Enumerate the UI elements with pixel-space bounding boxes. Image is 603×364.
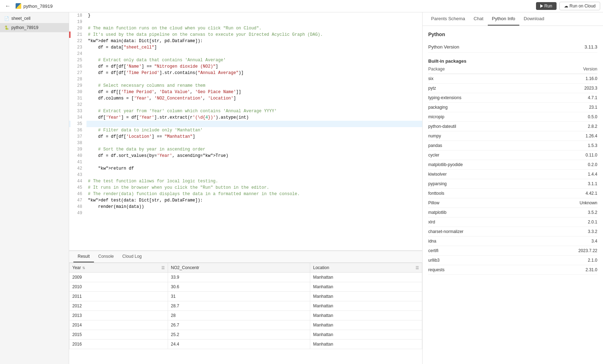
tab-parents-schema[interactable]: Parents Schema xyxy=(427,12,469,25)
back-button[interactable]: ← xyxy=(3,2,13,10)
run-cloud-label: Run on Cloud xyxy=(570,4,596,8)
line-content[interactable]: df = df.sort_values(by='Year', ascending… xyxy=(86,153,422,159)
line-number: 42 xyxy=(71,165,86,172)
package-name: matplotlib-pyodide xyxy=(428,162,463,167)
table-cell: 2009 xyxy=(69,273,168,282)
line-content[interactable]: # Filter data to include only 'Manhattan… xyxy=(86,127,422,133)
tab-python-info[interactable]: Python Info xyxy=(488,12,520,25)
line-content[interactable] xyxy=(86,172,422,178)
package-version: 4.42.1 xyxy=(586,191,597,196)
location-filter-icon[interactable]: ☰ xyxy=(415,266,419,270)
line-content[interactable]: df = df[df['Location'] == "Manhattan"] xyxy=(86,133,422,140)
table-cell: Manhattan xyxy=(310,340,422,349)
sidebar-item-python[interactable]: 🐍 python_78919 xyxy=(0,23,69,32)
pkg-col-package: Package xyxy=(428,67,445,72)
line-content[interactable]: # It runs in the browser when you click … xyxy=(86,184,422,191)
line-content[interactable] xyxy=(86,76,422,83)
table-cell: Manhattan xyxy=(310,282,422,292)
line-content[interactable]: # The render(data) function displays the… xyxy=(86,191,422,197)
packages-header: Package Version xyxy=(428,67,597,74)
right-content: Python Python Version 3.11.3 Built-in pa… xyxy=(423,26,603,364)
package-version: 3.4 xyxy=(591,239,597,244)
built-in-title: Built-in packages xyxy=(428,58,597,64)
table-cell: 2012 xyxy=(69,301,168,311)
line-content[interactable]: df = df[df['Time Period'].str.contains("… xyxy=(86,70,422,76)
line-content[interactable] xyxy=(86,140,422,146)
line-content[interactable]: # The main function runs on the cloud wh… xyxy=(86,25,422,32)
line-content[interactable]: # Extract only data that contains 'Annua… xyxy=(86,57,422,63)
line-content[interactable] xyxy=(86,159,422,165)
package-name: matplotlib xyxy=(428,210,446,215)
line-number: 26 xyxy=(71,63,86,70)
code-line-28: 28 xyxy=(69,76,422,83)
package-row: matplotlib3.5.2 xyxy=(428,208,597,217)
table-cell: 2011 xyxy=(69,292,168,301)
line-content[interactable]: # Sort the data by year in ascending ord… xyxy=(86,146,422,153)
package-version: 2.8.2 xyxy=(588,124,597,129)
filter-icon[interactable]: ☰ xyxy=(161,266,165,270)
package-version: 2.31.0 xyxy=(586,267,597,272)
package-name: typing-extensions xyxy=(428,95,461,100)
line-content[interactable]: df = data["sheet_cell"] xyxy=(86,44,422,51)
line-content[interactable]: df = df[['Time Period', 'Data Value', 'G… xyxy=(86,89,422,95)
line-content[interactable]: "kw">def test(data: Dict[str, pd.DataFra… xyxy=(86,197,422,204)
package-version: 2023.3 xyxy=(584,86,597,91)
code-line-42: 42 "kw">return df xyxy=(69,165,422,172)
line-content[interactable]: df['Year'] = df['Year'].str.extract(r'(\… xyxy=(86,114,422,121)
package-name: idna xyxy=(428,239,436,244)
line-content[interactable]: # Select necessary columns and rename th… xyxy=(86,83,422,89)
line-content[interactable]: # The test function allows for local log… xyxy=(86,178,422,184)
line-number: 19 xyxy=(71,19,86,25)
line-content[interactable]: # It's used by the data pipeline on the … xyxy=(86,32,422,38)
code-line-20: 20# The main function runs on the cloud … xyxy=(69,25,422,32)
package-version: Unknown xyxy=(580,200,597,205)
line-content[interactable]: render(main(data)) xyxy=(86,204,422,210)
package-row: fonttools4.42.1 xyxy=(428,189,597,198)
package-name: pytz xyxy=(428,86,436,91)
line-content[interactable] xyxy=(86,51,422,57)
package-name: micropip xyxy=(428,114,444,119)
line-content[interactable] xyxy=(86,210,422,216)
package-row: packaging23.1 xyxy=(428,103,597,112)
tab-chat[interactable]: Chat xyxy=(469,12,487,25)
tab-cloud-log[interactable]: Cloud Log xyxy=(118,251,146,262)
package-name: six xyxy=(428,76,434,81)
package-row: certifi2023.7.22 xyxy=(428,246,597,256)
bottom-panel: Result Console Cloud Log Year ⇅ ☰ xyxy=(69,251,422,364)
line-number: 39 xyxy=(71,146,86,153)
tab-download[interactable]: Download xyxy=(519,12,548,25)
code-editor[interactable]: 18}19 20# The main function runs on the … xyxy=(69,12,422,251)
line-number: 46 xyxy=(71,191,86,197)
line-content[interactable]: df = df[df['Name'] == "Nitrogen dioxide … xyxy=(86,63,422,70)
tab-result[interactable]: Result xyxy=(73,251,94,262)
package-name: pyparsing xyxy=(428,181,447,186)
package-version: 1.16.0 xyxy=(586,76,597,81)
code-line-40: 40 df = df.sort_values(by='Year', ascend… xyxy=(69,153,422,159)
python-icon: 🐍 xyxy=(4,25,9,30)
run-cloud-button[interactable]: ☁ Run on Cloud xyxy=(559,2,600,10)
package-version: 1.26.4 xyxy=(586,133,597,138)
package-row: numpy1.26.4 xyxy=(428,131,597,141)
package-version: 0.5.0 xyxy=(588,114,597,119)
line-content[interactable] xyxy=(86,121,422,127)
run-button[interactable]: Run xyxy=(536,2,557,10)
sidebar-item-sheet-cell[interactable]: 📄 sheet_cell xyxy=(0,14,69,23)
line-number: 31 xyxy=(71,95,86,102)
line-number: 43 xyxy=(71,172,86,178)
table-row: 201131Manhattan xyxy=(69,292,422,301)
code-line-31: 31 df.columns = ['Year', 'NO2_Concentrat… xyxy=(69,95,422,102)
line-content[interactable] xyxy=(86,102,422,108)
line-content[interactable]: # Extract year from 'Year' column which … xyxy=(86,108,422,114)
line-content[interactable]: } xyxy=(86,12,422,19)
tab-console[interactable]: Console xyxy=(94,251,118,262)
package-row: typing-extensions4.7.1 xyxy=(428,93,597,103)
code-line-21: 21# It's used by the data pipeline on th… xyxy=(69,32,422,38)
table-cell: 28 xyxy=(168,311,310,320)
line-content[interactable]: df.columns = ['Year', 'NO2_Concentration… xyxy=(86,95,422,102)
line-content[interactable]: "kw">return df xyxy=(86,165,422,172)
sort-icon[interactable]: ⇅ xyxy=(82,266,85,270)
bottom-content: Year ⇅ ☰ NO2_Concentr xyxy=(69,263,422,364)
line-content[interactable] xyxy=(86,19,422,25)
line-content[interactable]: "kw">def main(data: Dict[str, pd.DataFra… xyxy=(86,38,422,44)
line-number: 27 xyxy=(71,70,86,76)
